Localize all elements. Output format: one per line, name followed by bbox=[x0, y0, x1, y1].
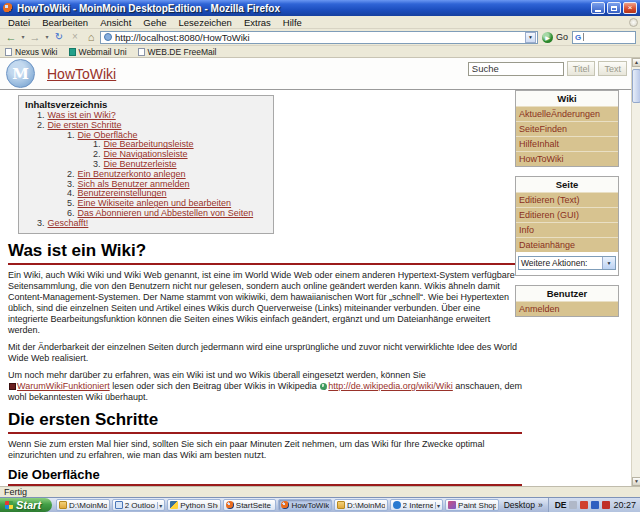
search-titles-button[interactable]: Titel bbox=[567, 61, 596, 76]
tray-icon[interactable] bbox=[580, 501, 588, 509]
paragraph: Wenn Sie zum ersten Mal hier sind, sollt… bbox=[8, 439, 522, 461]
chevron-icon[interactable]: » bbox=[538, 500, 543, 510]
url-bar[interactable]: http://localhost:8080/HowToWiki ▼ bbox=[100, 31, 538, 44]
content-column: Inhaltsverzeichnis 1.Was ist ein Wiki?2.… bbox=[8, 95, 522, 486]
home-icon[interactable]: ⌂ bbox=[84, 30, 98, 44]
task-label: 2 Outlook E... bbox=[125, 501, 156, 510]
menu-item[interactable]: Datei bbox=[2, 17, 36, 28]
firefox-app-icon bbox=[3, 3, 13, 13]
firefox-window: HowToWiki - MoinMoin DesktopEdition - Mo… bbox=[0, 0, 640, 512]
language-indicator[interactable]: DE bbox=[555, 500, 567, 510]
toc-link[interactable]: Geschafft! bbox=[48, 219, 89, 229]
bookmark-item[interactable]: Nexus Wiki bbox=[5, 47, 58, 57]
search-caret bbox=[583, 33, 584, 41]
folder-icon bbox=[337, 501, 345, 509]
restore-button[interactable] bbox=[607, 2, 621, 14]
sidebar-panel: WikiAktuelleÄnderungenSeiteFindenHilfeIn… bbox=[515, 90, 619, 167]
bookmark-item[interactable]: WEB.DE FreeMail bbox=[138, 47, 217, 57]
quick-search-input[interactable]: G bbox=[572, 31, 636, 44]
task-label: Paint Shop Pro bbox=[458, 501, 496, 510]
menu-item[interactable]: Bearbeiten bbox=[36, 17, 94, 28]
sidebar-item[interactable]: Anmelden bbox=[516, 301, 618, 316]
actions-dropdown[interactable]: Weitere Aktionen:▼ bbox=[518, 256, 616, 270]
bookmark-item[interactable]: Webmail Uni bbox=[69, 47, 127, 57]
sidebar-item[interactable]: HilfeInhalt bbox=[516, 136, 618, 151]
forward-icon[interactable]: → bbox=[28, 30, 42, 44]
sidebar-item[interactable]: SeiteFinden bbox=[516, 121, 618, 136]
taskbar-button[interactable]: 2 Outlook E...▾ bbox=[112, 499, 166, 511]
panel-title: Seite bbox=[516, 177, 618, 192]
tray-icon[interactable] bbox=[602, 501, 610, 509]
desktop-toolbar[interactable]: Desktop » bbox=[501, 498, 546, 512]
group-dropdown-icon: ▾ bbox=[157, 502, 162, 509]
link-label: WarumWikiFunktioniert bbox=[17, 381, 110, 391]
taskbar-button[interactable]: HowToWik... bbox=[278, 499, 332, 511]
system-tray: DE 20:27 bbox=[548, 498, 640, 512]
status-bar: Fertig bbox=[0, 486, 640, 497]
sidebar-item[interactable]: HowToWiki bbox=[516, 151, 618, 166]
sidebar-item[interactable]: AktuelleÄnderungen bbox=[516, 106, 618, 121]
wiki-header: M HowToWiki Titel Text bbox=[0, 58, 631, 90]
sidebar-item[interactable]: Editieren (GUI) bbox=[516, 207, 618, 222]
text-run: lesen oder sich den Beitrag über Wikis i… bbox=[110, 381, 320, 391]
wiki-search-input[interactable] bbox=[468, 62, 564, 76]
taskbar-button[interactable]: StartSeite - ... bbox=[223, 499, 277, 511]
menu-item[interactable]: Hilfe bbox=[277, 17, 308, 28]
firefox-icon bbox=[226, 501, 234, 509]
window-titlebar[interactable]: HowToWiki - MoinMoin DesktopEdition - Mo… bbox=[0, 0, 640, 16]
toc-link[interactable]: Das Abonnieren und Abbestellen von Seite… bbox=[78, 209, 254, 219]
url-dropdown-icon[interactable]: ▼ bbox=[525, 32, 536, 43]
heading-rule bbox=[8, 263, 522, 265]
clock[interactable]: 20:27 bbox=[613, 500, 636, 510]
taskbar-button[interactable]: Python Shell bbox=[167, 499, 221, 511]
menu-item[interactable]: Ansicht bbox=[94, 17, 137, 28]
sidebar-item[interactable]: Editieren (Text) bbox=[516, 192, 618, 207]
go-button[interactable]: ▶ bbox=[542, 32, 553, 43]
reload-icon[interactable]: ↻ bbox=[52, 30, 66, 44]
minimize-button[interactable] bbox=[591, 2, 605, 14]
task-label: 2 Internet ... bbox=[403, 501, 434, 510]
page-icon bbox=[138, 48, 145, 56]
menu-item[interactable]: Gehe bbox=[137, 17, 172, 28]
section-heading: Was ist ein Wiki? bbox=[8, 241, 522, 261]
tray-icon[interactable] bbox=[569, 501, 577, 509]
page-title-link[interactable]: HowToWiki bbox=[47, 66, 116, 82]
scroll-down-icon[interactable]: ▼ bbox=[632, 477, 640, 486]
taskbar-button[interactable]: 2 Internet ...▾ bbox=[390, 499, 444, 511]
back-dropdown-icon[interactable]: ▾ bbox=[20, 30, 26, 44]
folder-icon bbox=[59, 501, 67, 509]
url-text[interactable]: http://localhost:8080/HowToWiki bbox=[115, 32, 522, 43]
moinmoin-logo-icon: M bbox=[6, 59, 35, 88]
task-label: HowToWik... bbox=[291, 501, 329, 510]
close-button[interactable]: × bbox=[623, 2, 637, 14]
back-icon[interactable]: ← bbox=[4, 30, 18, 44]
scroll-up-icon[interactable]: ▲ bbox=[632, 58, 640, 67]
heading-rule bbox=[8, 432, 522, 434]
desktop-label[interactable]: Desktop bbox=[504, 500, 535, 510]
menu-item[interactable]: Extras bbox=[238, 17, 277, 28]
scrollbar-thumb[interactable] bbox=[632, 69, 640, 103]
start-button[interactable]: Start bbox=[0, 498, 52, 512]
stop-icon: × bbox=[68, 30, 82, 44]
sidebar-item[interactable]: Info bbox=[516, 222, 618, 237]
menu-item[interactable]: Lesezeichen bbox=[173, 17, 238, 28]
taskbar-button[interactable]: Paint Shop Pro bbox=[445, 499, 499, 511]
task-label: StartSeite - ... bbox=[236, 501, 274, 510]
webmail-favicon bbox=[69, 48, 76, 56]
taskbar-button[interactable]: D:\MoinMoin... bbox=[56, 499, 110, 511]
tray-icon[interactable] bbox=[591, 501, 599, 509]
psp-icon bbox=[448, 501, 456, 509]
windows-flag-icon bbox=[5, 501, 13, 509]
subsection-heading: Die Oberfläche bbox=[8, 467, 522, 482]
table-of-contents: Inhaltsverzeichnis 1.Was ist ein Wiki?2.… bbox=[18, 95, 274, 234]
chevron-down-icon: ▼ bbox=[602, 257, 615, 269]
wiki-link[interactable]: http://de.wikipedia.org/wiki/Wiki bbox=[319, 381, 453, 391]
vertical-scrollbar[interactable]: ▲ ▼ bbox=[631, 58, 640, 486]
search-text-button[interactable]: Text bbox=[598, 61, 627, 76]
www-icon bbox=[320, 383, 327, 390]
forward-dropdown-icon[interactable]: ▾ bbox=[44, 30, 50, 44]
taskbar-button[interactable]: D:\MoinMoin... bbox=[334, 499, 388, 511]
wiki-link[interactable]: WarumWikiFunktioniert bbox=[8, 381, 110, 391]
sidebar-item[interactable]: Dateianhänge bbox=[516, 237, 618, 252]
go-label[interactable]: Go bbox=[556, 32, 568, 42]
